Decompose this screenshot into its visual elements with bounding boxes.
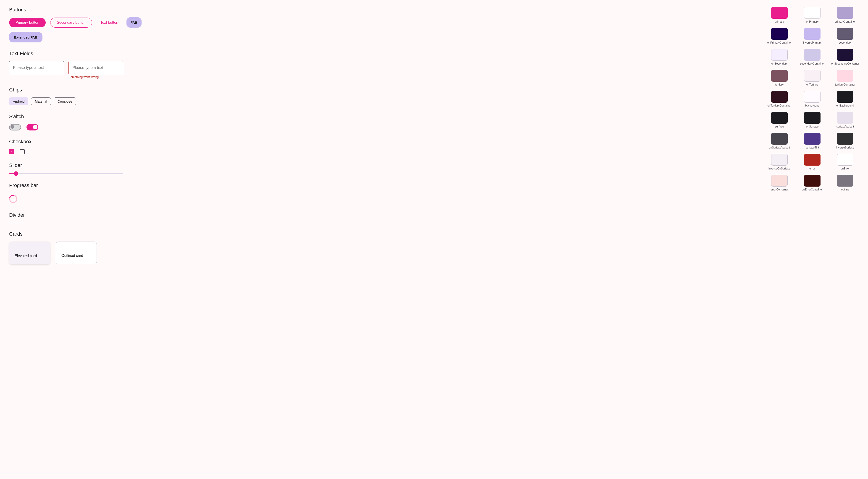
checkbox-title: Checkbox: [9, 139, 146, 145]
color-swatch-surface: surface: [766, 112, 793, 128]
color-swatch-inverseOnSurface: inverseOnSurface: [766, 154, 793, 170]
swatch-box-tertiary: [771, 70, 788, 82]
color-swatch-onBackground: onBackground: [832, 91, 859, 107]
text-field-wrapper-2: Something went wrong: [68, 61, 123, 79]
switch-on-thumb: [33, 125, 37, 129]
color-swatch-inverseSurface: inverseSurface: [832, 133, 859, 149]
color-swatch-onSurface: onSurface: [799, 112, 826, 128]
outlined-card[interactable]: Outlined card: [56, 242, 97, 264]
progress-section: Progress bar: [9, 182, 146, 204]
text-field-1[interactable]: [9, 61, 64, 74]
swatch-label-onSurface: onSurface: [806, 125, 819, 128]
swatch-box-onError: [837, 154, 854, 166]
text-fields-title: Text Fields: [9, 50, 146, 57]
swatch-box-surface: [771, 112, 788, 124]
text-fields-section: Text Fields Something went wrong: [9, 50, 146, 79]
outlined-card-label: Outlined card: [61, 254, 83, 258]
color-swatch-onTertiary: onTertiary: [799, 70, 826, 86]
swatch-box-onSurface: [804, 112, 820, 124]
color-swatch-surfaceTint: surfaceTint: [799, 133, 826, 149]
text-field-wrapper-1: [9, 61, 64, 79]
swatch-label-onTertiaryContainer: onTertiaryContainer: [768, 104, 792, 107]
swatch-box-onPrimaryContainer: [771, 28, 788, 40]
fab-button[interactable]: FAB: [126, 17, 142, 28]
swatch-box-onTertiaryContainer: [771, 91, 788, 103]
text-button[interactable]: Text button: [97, 18, 122, 27]
swatch-label-onSecondary: onSecondary: [771, 62, 788, 65]
swatch-box-onSecondaryContainer: [837, 49, 854, 61]
color-swatch-onErrorContainer: onErrorContainer: [799, 175, 826, 191]
swatch-label-background: background: [805, 104, 819, 107]
swatch-box-primary: [771, 7, 788, 19]
switch-on[interactable]: [27, 124, 38, 131]
chip-material[interactable]: Material: [31, 97, 51, 105]
color-swatch-onSecondaryContainer: onSecondaryContainer: [832, 49, 859, 65]
extended-fab-button[interactable]: Extended FAB: [9, 32, 42, 42]
cards-row: Elevated card Outlined card: [9, 242, 146, 264]
cards-title: Cards: [9, 231, 146, 237]
text-field-error[interactable]: [68, 61, 123, 74]
chips-title: Chips: [9, 87, 146, 93]
swatch-box-inverseOnSurface: [771, 154, 788, 166]
secondary-button[interactable]: Secondary button: [50, 18, 92, 28]
swatch-box-onErrorContainer: [804, 175, 820, 186]
divider-section: Divider: [9, 212, 146, 223]
error-message: Something went wrong: [68, 75, 123, 79]
divider-line: [9, 223, 123, 223]
swatch-label-surfaceVariant: surfaceVariant: [836, 125, 854, 128]
swatch-box-onTertiary: [804, 70, 820, 82]
swatch-label-onBackground: onBackground: [836, 104, 854, 107]
slider-thumb[interactable]: [14, 171, 18, 176]
swatch-label-onSurfaceVariant: onSurfaceVariant: [769, 146, 790, 149]
switch-off-thumb: [10, 125, 14, 129]
checkbox-checked[interactable]: [9, 149, 14, 154]
swatch-label-error: error: [809, 167, 815, 170]
buttons-section: Buttons Primary button Secondary button …: [9, 7, 146, 42]
color-swatch-inversePrimary: inversePrimary: [799, 28, 826, 44]
swatch-box-onSecondary: [771, 49, 788, 61]
swatch-box-secondary: [837, 28, 854, 40]
swatch-box-inverseSurface: [837, 133, 854, 145]
progress-title: Progress bar: [9, 182, 146, 189]
color-swatch-onPrimary: onPrimary: [799, 7, 826, 23]
swatch-box-tertiaryContainer: [837, 70, 854, 82]
switch-title: Switch: [9, 113, 146, 119]
chip-compose[interactable]: Compose: [54, 97, 76, 105]
switch-section: Switch: [9, 113, 146, 131]
divider-title: Divider: [9, 212, 146, 218]
color-swatch-secondary: secondary: [832, 28, 859, 44]
swatch-label-onPrimary: onPrimary: [806, 20, 819, 23]
slider-title: Slider: [9, 162, 146, 168]
color-swatch-tertiary: tertiary: [766, 70, 793, 86]
swatch-label-secondaryContainer: secondaryContainer: [800, 62, 825, 65]
swatch-box-error: [804, 154, 820, 166]
chips-section: Chips Android Material Compose: [9, 87, 146, 105]
colors-panel: primaryonPrimaryprimaryContaineronPrimar…: [766, 7, 859, 191]
swatch-label-inversePrimary: inversePrimary: [803, 41, 822, 44]
swatch-box-primaryContainer: [837, 7, 854, 19]
elevated-card[interactable]: Elevated card: [9, 242, 50, 264]
chips-row: Android Material Compose: [9, 97, 146, 105]
color-swatch-onSecondary: onSecondary: [766, 49, 793, 65]
swatch-label-inverseOnSurface: inverseOnSurface: [769, 167, 790, 170]
primary-button[interactable]: Primary button: [9, 18, 46, 27]
checkbox-unchecked[interactable]: [20, 149, 25, 154]
color-swatch-onError: onError: [832, 154, 859, 170]
color-swatch-onTertiaryContainer: onTertiaryContainer: [766, 91, 793, 107]
chip-android[interactable]: Android: [9, 97, 28, 105]
swatch-label-onPrimaryContainer: onPrimaryContainer: [767, 41, 792, 44]
color-swatch-background: background: [799, 91, 826, 107]
slider-track[interactable]: [9, 173, 123, 174]
color-swatch-error: error: [799, 154, 826, 170]
swatch-label-primary: primary: [775, 20, 784, 23]
switches-row: [9, 124, 146, 131]
swatch-label-surface: surface: [775, 125, 784, 128]
swatch-box-onPrimary: [804, 7, 820, 19]
swatch-box-surfaceTint: [804, 133, 820, 145]
swatch-label-tertiary: tertiary: [775, 83, 784, 86]
checkbox-section: Checkbox: [9, 139, 146, 154]
swatch-label-outline: outline: [841, 188, 849, 191]
switch-off[interactable]: [9, 124, 21, 131]
color-swatch-surfaceVariant: surfaceVariant: [832, 112, 859, 128]
swatch-label-onSecondaryContainer: onSecondaryContainer: [831, 62, 859, 65]
